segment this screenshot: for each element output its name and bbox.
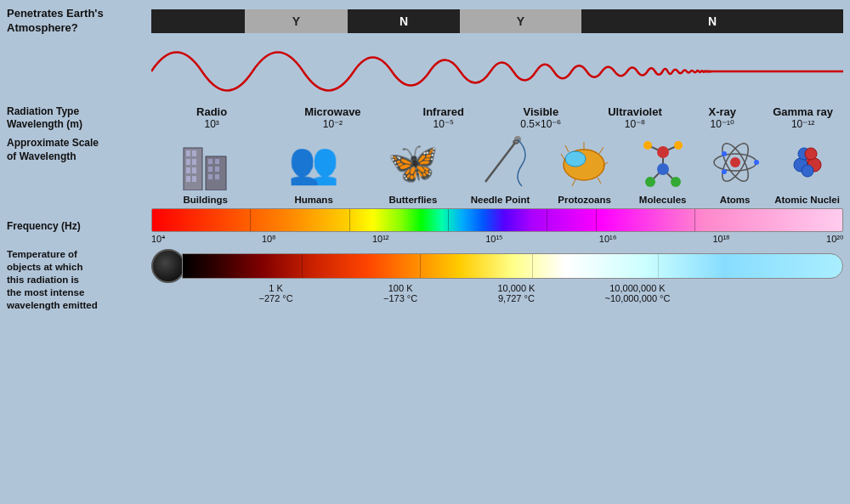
- rad-gamma: Gamma ray 10⁻¹²: [762, 105, 843, 130]
- frequency-row: Frequency (Hz) 10⁴ 10⁸ 10¹² 10¹⁵ 10¹⁶ 10…: [0, 205, 850, 245]
- atm-seg-y1: Y: [245, 9, 348, 33]
- thermometer-row: [151, 249, 843, 283]
- rad-visible: Visible 0.5×10⁻⁶: [494, 105, 588, 130]
- thermometer-tube: [182, 253, 843, 279]
- svg-rect-4: [192, 159, 196, 165]
- svg-rect-1: [186, 150, 190, 156]
- svg-line-24: [565, 145, 569, 152]
- svg-line-28: [598, 178, 601, 184]
- svg-line-16: [485, 139, 518, 182]
- icons-container: Buildings 👥 Humans 🦋 Butterflies: [151, 133, 843, 205]
- freq-tick-6: 10²⁰: [826, 234, 843, 245]
- svg-point-53: [802, 165, 813, 177]
- icon-protozoans: Protozoans: [542, 133, 626, 205]
- icon-nuclei: Atomic Nuclei: [771, 133, 843, 205]
- temperature-row: Temperature ofobjects at whichthis radia…: [0, 245, 850, 312]
- wave-row: [0, 37, 850, 105]
- freq-tick-4: 10¹⁶: [599, 234, 616, 245]
- freq-tick-2: 10¹²: [372, 234, 389, 245]
- radiation-type-label: Radiation TypeWavelength (m): [7, 105, 151, 132]
- svg-rect-14: [208, 174, 212, 179]
- temperature-labels: 1 K−272 °C 100 K−173 °C 10,000 K9,727 °C…: [151, 283, 843, 310]
- atm-seg-y2: Y: [460, 9, 581, 33]
- freq-tick-3: 10¹⁵: [485, 234, 502, 245]
- frequency-bar-wrap: 10⁴ 10⁸ 10¹² 10¹⁵ 10¹⁶ 10¹⁸ 10²⁰: [151, 208, 843, 245]
- temperature-bar-area: 1 K−272 °C 100 K−173 °C 10,000 K9,727 °C…: [151, 249, 843, 310]
- svg-point-40: [674, 141, 683, 150]
- svg-point-38: [671, 177, 681, 187]
- svg-point-35: [657, 146, 669, 158]
- frequency-ticks: 10⁴ 10⁸ 10¹² 10¹⁵ 10¹⁶ 10¹⁸ 10²⁰: [151, 232, 843, 245]
- svg-rect-11: [215, 159, 219, 164]
- svg-rect-3: [186, 159, 190, 165]
- svg-point-47: [722, 169, 727, 174]
- icon-buildings: Buildings: [151, 133, 259, 205]
- icon-humans: 👥 Humans: [259, 133, 367, 205]
- freq-tick-0: 10⁴: [151, 234, 165, 245]
- svg-point-39: [643, 141, 652, 150]
- rad-infrared: Infrared 10⁻⁵: [394, 105, 495, 130]
- svg-line-26: [599, 147, 604, 154]
- rad-uv: Ultraviolet 10⁻⁸: [588, 105, 683, 130]
- atmosphere-bar: Y N Y N: [151, 9, 843, 33]
- scale-label: Approximate Scaleof Wavelength: [7, 133, 151, 163]
- temperature-label: Temperature ofobjects at whichthis radia…: [7, 248, 151, 312]
- icon-butterflies: 🦋 Butterflies: [368, 133, 458, 205]
- thermometer-bulb: [151, 249, 185, 283]
- svg-rect-7: [186, 176, 190, 182]
- icon-atoms: Atoms: [699, 133, 771, 205]
- svg-rect-13: [215, 167, 219, 172]
- atm-seg-0: [151, 9, 245, 33]
- temp-label-10mk: 10,000,000 K~10,000,000 °C: [605, 283, 671, 303]
- svg-rect-15: [215, 174, 219, 179]
- freq-tick-5: 10¹⁸: [712, 234, 729, 245]
- svg-point-52: [805, 148, 817, 160]
- svg-rect-6: [192, 167, 196, 173]
- svg-rect-5: [186, 167, 190, 173]
- svg-rect-8: [192, 176, 196, 182]
- icons-row: Approximate Scaleof Wavelength: [0, 133, 850, 205]
- svg-line-23: [561, 154, 565, 161]
- svg-rect-12: [208, 167, 212, 172]
- wave-svg: [151, 37, 843, 105]
- radiation-type-row: Radiation TypeWavelength (m) Radio 10³ M…: [0, 105, 850, 132]
- svg-point-41: [730, 157, 740, 167]
- rad-radio: Radio 10³: [151, 105, 272, 130]
- main-container: Penetrates Earth's Atmosphere? Y N Y N R…: [0, 0, 850, 504]
- temp-label-1k: 1 K−272 °C: [259, 283, 293, 303]
- temp-label-100k: 100 K−173 °C: [383, 283, 417, 303]
- rad-microwave: Microwave 10⁻²: [272, 105, 393, 130]
- svg-point-45: [754, 160, 759, 165]
- svg-point-37: [645, 177, 655, 187]
- rad-xray: X-ray 10⁻¹⁰: [682, 105, 762, 130]
- svg-point-36: [657, 163, 669, 175]
- atmosphere-row: Penetrates Earth's Atmosphere? Y N Y N: [0, 7, 850, 36]
- freq-tick-1: 10⁸: [262, 234, 275, 245]
- svg-point-20: [565, 151, 586, 167]
- svg-point-46: [722, 151, 727, 156]
- frequency-label: Frequency (Hz): [7, 220, 151, 234]
- atmosphere-label: Penetrates Earth's Atmosphere?: [7, 7, 151, 36]
- svg-rect-2: [192, 150, 196, 156]
- radiation-labels: Radio 10³ Microwave 10⁻² Infrared 10⁻⁵ V…: [151, 105, 843, 130]
- svg-line-29: [572, 179, 575, 186]
- frequency-bar: [151, 208, 843, 232]
- svg-rect-10: [208, 159, 212, 164]
- icon-needle: Needle Point: [458, 133, 542, 205]
- atm-seg-n2: N: [581, 9, 843, 33]
- atm-seg-n1: N: [348, 9, 460, 33]
- icon-molecules: Molecules: [626, 133, 699, 205]
- temp-label-10000k: 10,000 K9,727 °C: [497, 283, 535, 303]
